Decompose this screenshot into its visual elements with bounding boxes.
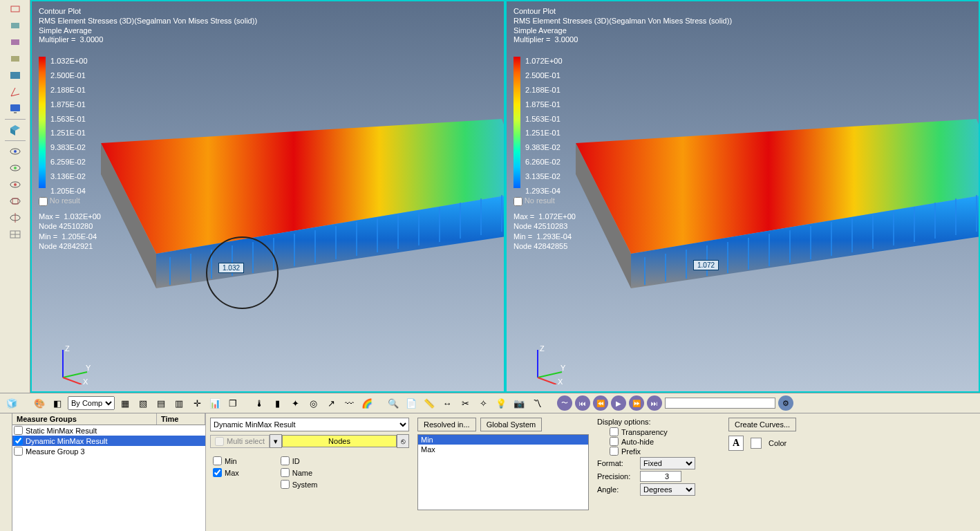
measure-groups-header[interactable]: Measure Groups <box>12 413 157 425</box>
anim-wave-icon[interactable]: 〜 <box>557 395 572 411</box>
anim-first-button[interactable]: ⏮ <box>575 395 590 411</box>
layers-icon[interactable]: ❐ <box>225 395 241 411</box>
entity-type-label[interactable]: Nodes <box>282 435 397 447</box>
system-checkbox[interactable]: System <box>281 478 318 490</box>
contour-icon[interactable]: 🌡 <box>252 395 267 411</box>
resolved-in-button[interactable]: Resolved in... <box>417 418 476 431</box>
measure-group-item[interactable]: Measure Group 3 <box>12 446 205 456</box>
precision-input[interactable] <box>640 471 681 482</box>
eye-clip-icon[interactable] <box>6 194 24 209</box>
transparency-checkbox[interactable]: Transparency <box>610 427 720 436</box>
create-curves-button[interactable]: Create Curves... <box>728 418 796 431</box>
eye-3-icon[interactable] <box>6 177 24 192</box>
anim-settings-icon[interactable]: ⚙ <box>778 395 793 411</box>
mesh-model <box>534 109 980 302</box>
minmax-listbox[interactable]: Min Max <box>417 434 589 510</box>
max-value-callout[interactable]: 1.032 <box>218 263 244 273</box>
axis-icon[interactable]: ✛ <box>189 395 205 411</box>
color-legend: 1.032E+002.500E-012.188E-011.875E-011.56… <box>39 57 88 206</box>
plane-yz-icon[interactable] <box>6 35 24 50</box>
curve-icon[interactable]: 〽 <box>529 395 545 411</box>
style-3-icon[interactable]: ▤ <box>153 395 169 411</box>
measure-type-select[interactable]: Dynamic MinMax Result <box>210 418 409 431</box>
name-checkbox[interactable]: Name <box>281 467 318 478</box>
cube-icon[interactable]: ◧ <box>50 395 65 411</box>
mg-checkbox[interactable] <box>14 436 23 445</box>
anim-slider[interactable] <box>665 398 775 409</box>
anim-rewind-button[interactable]: ⏪ <box>593 395 608 411</box>
measure-group-item[interactable]: Static MinMax Result <box>12 425 205 436</box>
max-checkbox[interactable]: Max <box>213 467 239 478</box>
no-result-checkbox[interactable] <box>39 197 48 206</box>
monitor-icon[interactable] <box>6 101 24 116</box>
eye-section-icon[interactable] <box>6 210 24 225</box>
eye-2-icon[interactable] <box>6 160 24 176</box>
color-swatch[interactable] <box>751 438 762 449</box>
font-button[interactable]: A <box>728 436 744 451</box>
color-label: Color <box>769 439 786 447</box>
vec-icon[interactable]: ↗ <box>323 395 339 411</box>
plane-xy-icon[interactable] <box>6 18 24 33</box>
light-icon[interactable]: 💡 <box>493 395 509 411</box>
entity-dropdown[interactable]: ▾ <box>270 434 282 448</box>
mg-checkbox[interactable] <box>14 447 23 456</box>
precision-label: Precision: <box>597 472 636 481</box>
display-options-column: Display options: Transparency Auto-hide … <box>593 413 724 531</box>
spectrum-icon[interactable]: 🌈 <box>359 395 375 411</box>
anim-play-button[interactable]: ▶ <box>611 395 626 411</box>
tensor-icon[interactable]: ✦ <box>288 395 303 411</box>
svg-text:Z: Z <box>540 344 545 353</box>
panel-tab[interactable] <box>0 413 12 531</box>
autohide-checkbox[interactable]: Auto-hide <box>610 437 720 446</box>
camera-icon[interactable]: 📷 <box>511 395 527 411</box>
plane-xz-icon[interactable] <box>6 51 24 66</box>
box-shaded-icon[interactable] <box>6 68 24 83</box>
viewport-left[interactable]: 1.032 Contour Plot RMS Element Stresses … <box>30 0 505 393</box>
style-1-icon[interactable]: ▦ <box>117 395 133 411</box>
multi-select-toggle[interactable]: Multi select <box>210 435 270 448</box>
resolve-column: Resolved in... Global System Min Max <box>413 413 593 531</box>
iso-icon[interactable]: ◎ <box>305 395 321 411</box>
measure-config-column: Dynamic MinMax Result Multi select ▾ Nod… <box>206 413 413 531</box>
id-checkbox[interactable]: ID <box>281 455 318 467</box>
style-4-icon[interactable]: ▥ <box>171 395 187 411</box>
color-by-select[interactable]: By Comp <box>68 396 115 410</box>
global-system-button[interactable]: Global System <box>480 418 543 431</box>
minmax-stats: Max = 1.032E+00 Node 42510280 Min = 1.20… <box>39 212 101 251</box>
max-value-callout[interactable]: 1.072 <box>693 260 719 270</box>
explode-icon[interactable]: ✧ <box>475 395 491 411</box>
viewport-right[interactable]: 1.072 Contour Plot RMS Element Stresses … <box>505 0 980 393</box>
note-icon[interactable]: 📄 <box>404 395 419 411</box>
iso-view-icon[interactable] <box>6 1 24 17</box>
time-header[interactable]: Time <box>157 413 205 425</box>
ruler-icon[interactable]: 📏 <box>422 395 437 411</box>
svg-text:X: X <box>558 378 563 384</box>
min-checkbox[interactable]: Min <box>213 455 239 467</box>
section-icon[interactable]: ✂ <box>458 395 473 411</box>
color-wheel-icon[interactable]: 🎨 <box>32 395 47 411</box>
list-item[interactable]: Min <box>418 435 588 445</box>
style-2-icon[interactable]: ▧ <box>135 395 151 411</box>
deform-icon[interactable]: 〰 <box>341 395 357 411</box>
cube-blue-icon[interactable] <box>6 122 24 138</box>
bars-icon[interactable]: ▮ <box>270 395 285 411</box>
mesh-fine-icon[interactable] <box>6 227 24 242</box>
angle-select[interactable]: Degrees <box>640 483 695 496</box>
anim-last-button[interactable]: ⏭ <box>647 395 662 411</box>
measure-group-item[interactable]: Dynamic MinMax Result <box>12 436 205 446</box>
chart-icon[interactable]: 📊 <box>207 395 223 411</box>
query-icon[interactable]: 🔍 <box>386 395 401 411</box>
cube-multi-icon[interactable]: 🧊 <box>4 395 19 411</box>
pin-button[interactable]: ⎋ <box>397 434 409 448</box>
anim-forward-button[interactable]: ⏩ <box>629 395 644 411</box>
format-select[interactable]: Fixed <box>640 457 695 469</box>
measure-icon[interactable]: ↔ <box>440 395 455 411</box>
prefix-checkbox[interactable]: Prefix <box>610 447 720 456</box>
triad-icon[interactable] <box>6 84 24 100</box>
svg-text:X: X <box>83 378 88 384</box>
list-item[interactable]: Max <box>418 445 588 454</box>
eye-1-icon[interactable] <box>6 144 24 159</box>
mg-checkbox[interactable] <box>14 426 23 435</box>
no-result-checkbox[interactable] <box>513 197 522 206</box>
axis-triad: Z Y X <box>527 343 569 384</box>
